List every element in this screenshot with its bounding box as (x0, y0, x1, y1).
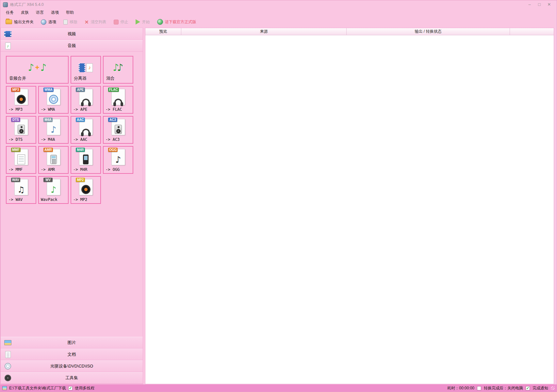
format-button-aac[interactable]: AAC -> AAC (71, 116, 101, 144)
options-button[interactable]: 选项 (39, 18, 58, 26)
speaker-icon (112, 124, 124, 135)
format-button-ogg[interactable]: ♪ OGG -> OGG (103, 146, 133, 174)
column-header-filler (510, 28, 554, 35)
gear-icon (41, 19, 46, 25)
shutdown-after-checkbox[interactable] (477, 386, 481, 390)
audio-mix-icon: ♪♪ (104, 59, 133, 76)
download-official-link[interactable]: 请下载官方正式版 (155, 18, 198, 26)
stop-button[interactable]: 停止 (112, 18, 130, 26)
format-button-flac[interactable]: FLAC -> FLAC (103, 86, 133, 114)
menu-tasks[interactable]: 任务 (4, 9, 15, 16)
start-button[interactable]: 开始 (134, 18, 152, 26)
column-label: 输出 / 转换状态 (415, 29, 441, 34)
music-note-page-icon: ♪ (4, 41, 12, 50)
music-notes-icon: ♫ (15, 184, 27, 195)
output-path-text[interactable]: E:\下载工具文件夹\格式工厂下载 (9, 385, 66, 391)
menu-language[interactable]: 语言 (34, 9, 45, 16)
multithread-label: 使用多线程 (75, 385, 94, 391)
audio-section-label: 音频 (1, 43, 143, 49)
sidebar-item-audio[interactable]: ♪ 音频 (1, 40, 143, 52)
format-label: -> APE (73, 107, 87, 112)
format-badge: MP3 (11, 88, 20, 92)
video-section-label: 视频 (1, 31, 143, 37)
music-note-icon: ♪ (112, 154, 124, 165)
remove-page-icon (63, 20, 68, 24)
format-button-m4r[interactable]: M4R -> M4R (71, 146, 101, 174)
format-badge: MMF (11, 148, 21, 152)
options-label: 选项 (48, 19, 56, 25)
format-button-wavpack[interactable]: ♪ WV WavPack (38, 176, 69, 204)
picture-section-label: 图片 (1, 340, 143, 346)
format-badge: WAV (11, 178, 20, 182)
format-badge: M4R (76, 148, 85, 152)
format-button-amr[interactable]: AMR -> AMR (38, 146, 69, 174)
film-reel-icon (4, 374, 12, 382)
vinyl-disc-icon (15, 94, 27, 105)
format-label: -> DTS (8, 137, 23, 142)
clear-list-button[interactable]: ✕ 清空列表 (83, 18, 108, 26)
music-note-icon: ♪ (48, 184, 59, 195)
format-badge: AAC (76, 118, 85, 122)
resize-grip[interactable] (551, 386, 555, 390)
format-badge: M4A (43, 118, 53, 122)
music-note-icon: ♪ (48, 124, 59, 135)
output-folder-mini-icon (2, 386, 7, 390)
close-button[interactable]: ✕ (544, 1, 554, 8)
file-list-body[interactable] (145, 35, 554, 384)
remove-button[interactable]: 移除 (61, 18, 79, 26)
format-label: -> MP3 (8, 107, 23, 112)
audio-splitter-icon: ♪ (71, 59, 100, 76)
audio-merge-label: 音频合并 (9, 75, 26, 81)
film-strip-icon (4, 30, 12, 38)
format-label: -> WAV (8, 197, 23, 202)
column-label: 预览 (159, 29, 167, 34)
stop-square-icon (114, 20, 119, 24)
format-button-mp2[interactable]: MP2 -> MP2 (71, 176, 101, 204)
format-button-wma[interactable]: WMA -> WMA (38, 86, 69, 114)
notify-label: 完成通知 (532, 385, 548, 391)
sidebar-item-optical[interactable]: 光驱设备\DVD\CD\ISO (1, 360, 143, 372)
sidebar-item-video[interactable]: 视频 (1, 28, 143, 40)
format-button-wav[interactable]: ♫ WAV -> WAV (6, 176, 36, 204)
menu-help[interactable]: 帮助 (64, 9, 75, 16)
menu-options[interactable]: 选项 (49, 9, 60, 16)
audio-splitter-button[interactable]: ♪ 分离器 (71, 56, 101, 84)
format-button-m4a[interactable]: ♪ M4A -> M4A (38, 116, 69, 144)
optical-disc-icon (4, 362, 12, 370)
format-button-ac3[interactable]: AC3 -> AC3 (103, 116, 133, 144)
audio-merge-button[interactable]: ♪+♪ 音频合并 (6, 56, 69, 84)
minimize-button[interactable]: – (525, 1, 534, 8)
stop-label: 停止 (121, 19, 128, 25)
audio-format-grid: ♪+♪ 音频合并 ♪ 分离器 ♪♪ 混合 (1, 52, 143, 337)
document-icon (4, 350, 12, 359)
format-button-ape[interactable]: APE -> APE (71, 86, 101, 114)
toolbar: 输出文件夹 选项 移除 ✕ 清空列表 停止 开始 请下载官方正式版 (0, 16, 557, 28)
toolset-section-label: 工具集 (1, 375, 143, 381)
notify-checkbox[interactable]: ✓ (526, 386, 530, 390)
headphones-icon (80, 94, 92, 105)
menu-skin[interactable]: 皮肤 (19, 9, 30, 16)
format-badge: OGG (108, 148, 118, 152)
format-badge: FLAC (108, 88, 119, 92)
grid-row: MMF -> MMF AMR -> AMR M4R -> M4R (6, 146, 143, 174)
sidebar-item-picture[interactable]: 图片 (1, 337, 143, 349)
audio-mix-button[interactable]: ♪♪ 混合 (103, 56, 133, 84)
column-header-source[interactable]: 来源 (181, 28, 347, 35)
multithread-checkbox[interactable]: ✓ (68, 386, 73, 390)
clear-list-label: 清空列表 (91, 19, 106, 25)
output-folder-button[interactable]: 输出文件夹 (4, 18, 36, 26)
format-button-mp3[interactable]: MP3 -> MP3 (6, 86, 36, 114)
column-header-output-status[interactable]: 输出 / 转换状态 (347, 28, 510, 35)
format-label: -> MP2 (73, 197, 87, 202)
shutdown-after-label: 转换完成后：关闭电脑 (484, 385, 523, 391)
folder-icon (6, 20, 12, 24)
column-header-preview[interactable]: 预览 (145, 28, 181, 35)
sidebar-item-document[interactable]: 文档 (1, 349, 143, 360)
speaker-icon (15, 124, 27, 135)
format-button-mmf[interactable]: MMF -> MMF (6, 146, 36, 174)
sidebar-item-toolset[interactable]: 工具集 (1, 372, 143, 384)
format-button-dts[interactable]: DTS -> DTS (6, 116, 36, 144)
format-label: -> MMF (8, 167, 23, 172)
maximize-button[interactable]: □ (534, 1, 544, 8)
optical-section-label: 光驱设备\DVD\CD\ISO (1, 363, 143, 369)
